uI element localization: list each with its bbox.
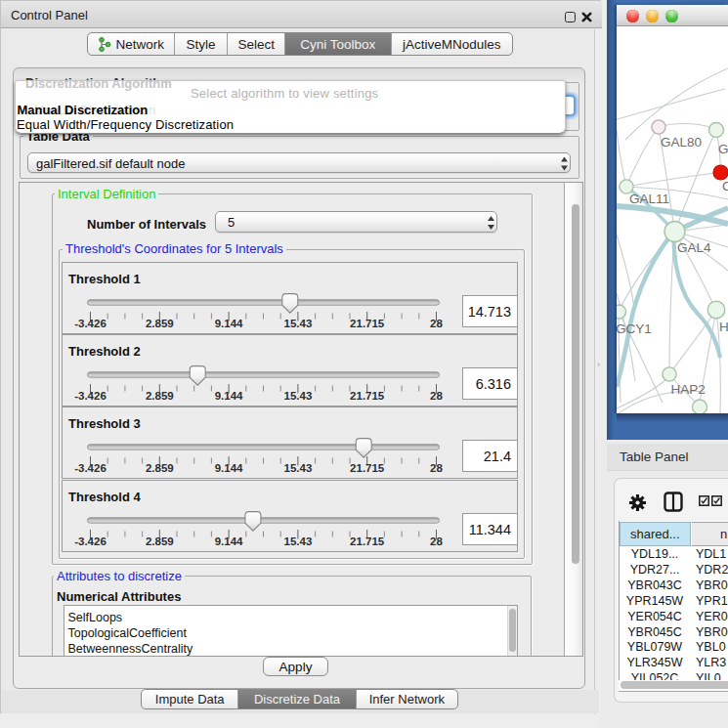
svg-text:-3.426: -3.426 [74,462,107,474]
svg-text:GAL4: GAL4 [677,240,711,255]
svg-text:GAL80: GAL80 [661,135,702,150]
svg-text:9.144: 9.144 [215,318,243,329]
svg-text:9.144: 9.144 [215,535,243,547]
svg-text:2.859: 2.859 [146,390,174,402]
svg-text:-3.426: -3.426 [74,390,107,402]
svg-text:28: 28 [430,390,443,402]
svg-text:-3.426: -3.426 [74,318,107,329]
svg-text:28: 28 [430,535,443,547]
svg-text:GCY1: GCY1 [617,321,652,336]
svg-text:9.144: 9.144 [215,390,243,402]
svg-text:2.859: 2.859 [146,535,174,547]
svg-text:HA: HA [719,320,728,334]
svg-text:9.144: 9.144 [215,462,243,474]
svg-text:2.859: 2.859 [146,462,174,474]
svg-text:21.715: 21.715 [350,318,385,329]
svg-text:2.859: 2.859 [146,318,174,329]
svg-text:15.43: 15.43 [284,535,313,547]
svg-text:15.43: 15.43 [284,462,313,474]
svg-text:28: 28 [430,462,443,474]
svg-text:GAL11: GAL11 [629,192,669,206]
svg-text:21.715: 21.715 [350,390,385,402]
svg-text:15.43: 15.43 [284,390,313,402]
svg-text:21.715: 21.715 [350,462,385,474]
svg-text:21.715: 21.715 [350,535,385,547]
svg-text:GA: GA [718,142,728,156]
svg-text:HAP2: HAP2 [671,382,706,397]
svg-text:CY: CY [722,179,728,193]
svg-text:-3.426: -3.426 [74,535,107,547]
svg-text:28: 28 [430,318,443,329]
svg-text:15.43: 15.43 [284,318,313,329]
